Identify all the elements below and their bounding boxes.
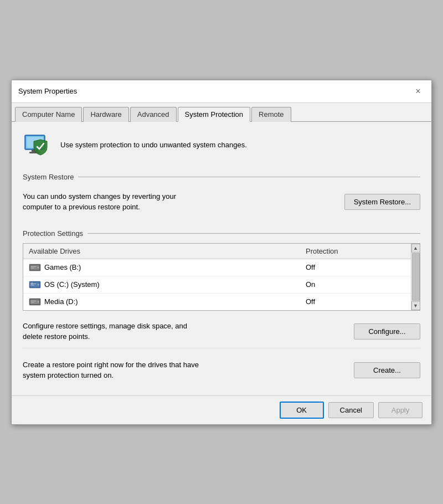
bottom-buttons: OK Cancel Apply <box>12 395 431 424</box>
protection-settings-label: Protection Settings <box>23 229 83 238</box>
tabs-bar: Computer Name Hardware Advanced System P… <box>12 103 431 122</box>
drives-table-wrapper: Available Drives Protection <box>23 243 420 311</box>
svg-rect-8 <box>30 266 36 267</box>
col-available-drives: Available Drives <box>23 244 300 259</box>
svg-rect-9 <box>30 268 34 268</box>
intro-section: Use system protection to undo unwanted s… <box>23 131 420 164</box>
create-row: Create a restore point right now for the… <box>23 354 420 387</box>
svg-point-20 <box>37 301 39 303</box>
drives-table-scrollbar[interactable]: ▲ ▼ <box>411 244 420 310</box>
window-title: System Properties <box>18 87 77 95</box>
os-drive-icon <box>29 280 41 290</box>
hdd-icon-games <box>29 263 41 272</box>
content-area: Use system protection to undo unwanted s… <box>12 122 431 395</box>
svg-point-7 <box>37 266 39 269</box>
hdd-icon-media <box>29 297 41 307</box>
drives-table: Available Drives Protection <box>23 244 420 310</box>
table-row[interactable]: Games (B:) Off <box>23 259 420 276</box>
configure-row: Configure restore settings, manage disk … <box>23 315 420 348</box>
svg-rect-14 <box>30 285 34 285</box>
drive-name-games: Games (B:) <box>23 259 300 276</box>
configure-button[interactable]: Configure... <box>354 323 420 340</box>
cancel-button[interactable]: Cancel <box>328 402 374 418</box>
apply-button[interactable]: Apply <box>378 402 423 418</box>
create-description: Create a restore point right now for the… <box>23 359 200 381</box>
intro-text: Use system protection to undo unwanted s… <box>60 140 247 151</box>
system-restore-divider: System Restore <box>23 173 420 181</box>
tab-remote[interactable]: Remote <box>251 107 291 122</box>
protection-settings-divider: Protection Settings <box>23 229 420 238</box>
system-restore-description: You can undo system changes by reverting… <box>23 191 189 213</box>
svg-rect-22 <box>30 302 34 302</box>
protection-settings-section: Protection Settings Available Drives Pro… <box>23 229 420 387</box>
ok-button[interactable]: OK <box>280 402 324 419</box>
drive-name-os: OS (C:) (System) <box>23 276 300 293</box>
svg-rect-21 <box>30 301 36 301</box>
tab-computer-name[interactable]: Computer Name <box>15 107 82 122</box>
drive-protection-media: Off <box>300 293 411 310</box>
scroll-up-arrow[interactable]: ▲ <box>411 244 420 253</box>
drive-protection-os: On <box>300 276 411 293</box>
tab-hardware[interactable]: Hardware <box>83 107 128 122</box>
divider-line-2 <box>87 233 420 234</box>
table-row[interactable]: Media (D:) Off <box>23 293 420 310</box>
table-row[interactable]: OS (C:) (System) On <box>23 276 420 293</box>
drive-name-media: Media (D:) <box>23 293 300 310</box>
scroll-thumb[interactable] <box>412 253 420 301</box>
shield-icon <box>23 131 51 160</box>
table-header-row: Available Drives Protection <box>23 244 420 259</box>
system-restore-button[interactable]: System Restore... <box>344 194 420 210</box>
svg-point-12 <box>37 284 39 286</box>
col-protection: Protection <box>300 244 411 259</box>
title-bar: System Properties × <box>12 80 431 103</box>
scroll-down-arrow[interactable]: ▼ <box>411 301 420 310</box>
tab-advanced[interactable]: Advanced <box>130 107 177 122</box>
drive-protection-games: Off <box>300 259 411 276</box>
divider-line <box>78 177 420 177</box>
tab-system-protection[interactable]: System Protection <box>178 107 251 122</box>
system-properties-dialog: System Properties × Computer Name Hardwa… <box>11 80 432 425</box>
create-button[interactable]: Create... <box>354 362 420 378</box>
system-restore-label: System Restore <box>23 173 74 181</box>
configure-description: Configure restore settings, manage disk … <box>23 321 200 342</box>
system-restore-section: You can undo system changes by reverting… <box>23 187 420 222</box>
close-button[interactable]: × <box>411 85 425 98</box>
